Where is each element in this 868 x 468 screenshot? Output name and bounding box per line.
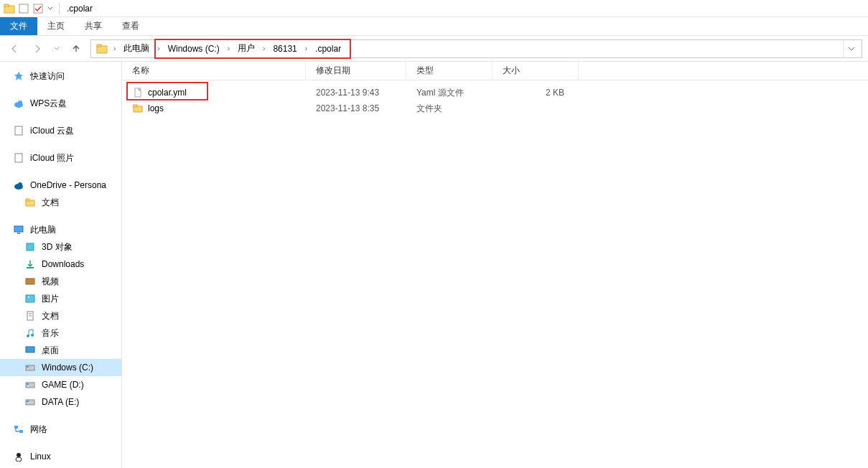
sidebar-item-label: 图片 xyxy=(42,293,59,305)
address-dropdown-icon[interactable] xyxy=(843,40,859,57)
cloud-icon xyxy=(13,179,24,191)
nav-forward-button[interactable] xyxy=(29,40,46,57)
sidebar-item-label: OneDrive - Persona xyxy=(30,180,106,190)
sidebar-item-label: WPS云盘 xyxy=(30,98,67,110)
file-name: cpolar.yml xyxy=(148,88,187,98)
sidebar-item-label: 此电脑 xyxy=(30,224,56,236)
svg-point-7 xyxy=(18,100,22,105)
file-row[interactable]: cpolar.yml2023-11-13 9:43Yaml 源文件2 KB xyxy=(122,85,868,100)
tab-view[interactable]: 查看 xyxy=(112,17,149,35)
breadcrumb-part[interactable]: 用户 xyxy=(233,40,259,57)
tab-share[interactable]: 共享 xyxy=(75,17,112,35)
tab-label: 共享 xyxy=(85,20,102,32)
sidebar-item-icloud-drive[interactable]: iCloud 云盘 xyxy=(0,122,121,139)
file-name: logs xyxy=(148,103,164,113)
sidebar-item[interactable]: 文档 xyxy=(0,307,121,324)
qat-item-icon[interactable] xyxy=(17,2,30,15)
breadcrumb-part[interactable]: 86131 xyxy=(269,40,301,57)
qat-check-icon[interactable] xyxy=(32,2,45,15)
tab-home[interactable]: 主页 xyxy=(37,17,75,35)
sidebar-item[interactable]: 3D 对象 xyxy=(0,238,121,256)
file-icon xyxy=(132,87,144,98)
tab-file[interactable]: 文件 xyxy=(0,17,37,35)
star-icon xyxy=(13,70,24,82)
svg-rect-32 xyxy=(27,401,29,402)
svg-rect-9 xyxy=(15,154,22,162)
sidebar-item-thispc[interactable]: 此电脑 xyxy=(0,221,121,238)
column-header-size[interactable]: 大小 xyxy=(493,62,579,80)
sidebar-item-label: iCloud 照片 xyxy=(30,152,74,164)
sidebar-item-wps[interactable]: WPS云盘 xyxy=(0,95,121,112)
breadcrumb-root[interactable]: 此电脑 xyxy=(119,40,154,57)
sidebar-item[interactable]: GAME (D:) xyxy=(0,376,121,393)
svg-point-20 xyxy=(28,296,29,298)
sidebar-item[interactable]: Downloads xyxy=(0,256,121,273)
svg-rect-2 xyxy=(19,4,28,13)
file-size-cell: 2 KB xyxy=(493,88,579,98)
column-label: 名称 xyxy=(132,65,149,77)
item-icon xyxy=(24,379,36,390)
breadcrumb-part[interactable]: Windows (C:) xyxy=(164,40,224,57)
qat-dropdown-icon[interactable] xyxy=(46,2,55,15)
svg-rect-30 xyxy=(27,383,29,385)
svg-rect-39 xyxy=(134,105,137,107)
column-label: 大小 xyxy=(503,65,520,77)
folder-icon xyxy=(24,197,36,208)
item-icon xyxy=(24,327,36,339)
sidebar-item[interactable]: 图片 xyxy=(0,290,121,307)
sidebar-item-icloud-photos[interactable]: iCloud 照片 xyxy=(0,149,121,167)
svg-point-11 xyxy=(18,182,22,187)
nav-back-button[interactable] xyxy=(6,40,23,57)
column-header-type[interactable]: 类型 xyxy=(406,62,493,80)
item-icon xyxy=(24,293,36,304)
sidebar-item[interactable]: DATA (E:) xyxy=(0,393,121,411)
svg-point-36 xyxy=(16,457,22,462)
address-bar[interactable]: › 此电脑 › Windows (C:) › 用户 › 86131 › .cpo… xyxy=(90,39,862,58)
svg-point-25 xyxy=(31,334,34,337)
navigation-pane: 快速访问 WPS云盘 iCloud 云盘 iCloud 照片 OneDr xyxy=(0,62,122,468)
sidebar-item-label: DATA (E:) xyxy=(42,397,79,407)
file-name-cell: cpolar.yml xyxy=(122,87,306,98)
svg-rect-13 xyxy=(26,199,29,201)
svg-rect-18 xyxy=(26,279,34,284)
file-type-cell: 文件夹 xyxy=(406,103,493,115)
file-date-cell: 2023-11-13 8:35 xyxy=(306,103,406,113)
svg-rect-5 xyxy=(97,45,101,47)
nav-up-button[interactable] xyxy=(67,40,85,57)
sidebar-item-quick-access[interactable]: 快速访问 xyxy=(0,67,121,85)
svg-rect-34 xyxy=(19,430,23,433)
chevron-right-icon[interactable]: › xyxy=(155,45,162,52)
sidebar-item-onedrive[interactable]: OneDrive - Persona xyxy=(0,177,121,194)
file-row[interactable]: logs2023-11-13 8:35文件夹 xyxy=(122,100,868,116)
chevron-right-icon[interactable]: › xyxy=(303,45,309,52)
breadcrumb-part[interactable]: .cpolar xyxy=(311,40,345,57)
svg-point-35 xyxy=(17,453,21,457)
tab-label: 主页 xyxy=(47,20,65,32)
sidebar-item-label: 音乐 xyxy=(42,327,59,340)
sidebar-item-label: Linux xyxy=(30,451,51,462)
sidebar-item-onedrive-docs[interactable]: 文档 xyxy=(0,194,121,211)
chevron-right-icon[interactable]: › xyxy=(111,45,118,52)
sidebar-item-linux[interactable]: Linux xyxy=(0,448,121,465)
computer-icon xyxy=(13,224,24,235)
svg-point-24 xyxy=(27,334,29,337)
title-bar: .cpolar xyxy=(0,0,868,17)
column-header-date[interactable]: 修改日期 xyxy=(306,62,406,80)
address-bar-row: › 此电脑 › Windows (C:) › 用户 › 86131 › .cpo… xyxy=(0,36,868,62)
nav-recent-dropdown[interactable] xyxy=(52,40,62,57)
file-type-cell: Yaml 源文件 xyxy=(406,87,493,99)
chevron-right-icon[interactable]: › xyxy=(225,45,232,52)
tab-label: 文件 xyxy=(10,20,27,32)
sidebar-item-label: 视频 xyxy=(42,276,59,288)
sidebar-item[interactable]: 音乐 xyxy=(0,324,121,342)
chevron-right-icon[interactable]: › xyxy=(261,45,267,52)
column-header-name[interactable]: 名称 xyxy=(122,62,306,80)
column-label: 修改日期 xyxy=(316,65,350,77)
sidebar-item[interactable]: 视频 xyxy=(0,273,121,290)
page-icon xyxy=(13,152,24,164)
sidebar-item-network[interactable]: 网络 xyxy=(0,421,121,438)
cloud-icon xyxy=(13,98,24,109)
sidebar-item[interactable]: 桌面 xyxy=(0,342,121,359)
sidebar-item[interactable]: Windows (C:) xyxy=(0,359,121,376)
file-list-pane: 名称 修改日期 类型 大小 cpolar.yml2023-11-13 9:43Y… xyxy=(122,62,868,468)
